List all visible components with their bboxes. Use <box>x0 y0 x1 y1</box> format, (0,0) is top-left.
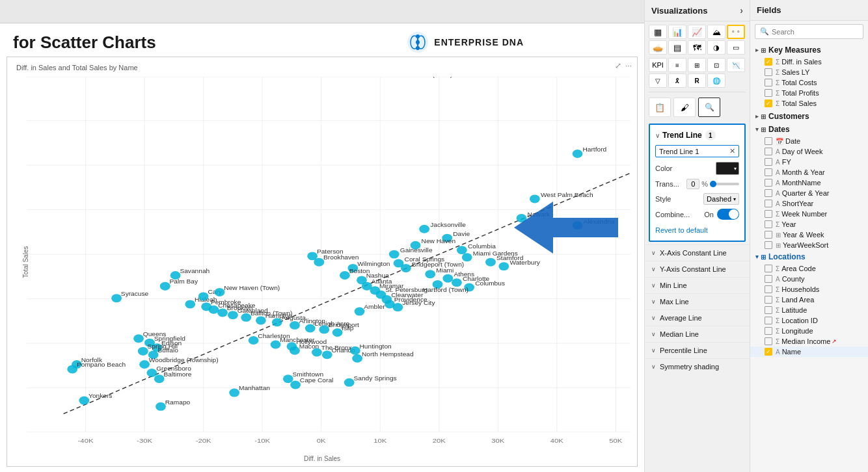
fields-item-month-year[interactable]: A Month & Year <box>750 167 868 177</box>
trend-close-button[interactable]: ✕ <box>729 147 735 155</box>
fields-item-day-of-week[interactable]: A Day of Week <box>750 146 868 157</box>
svg-point-184 <box>198 292 209 300</box>
viz-treemap-icon[interactable]: ▤ <box>668 40 686 55</box>
fields-group-customers-header[interactable]: ▸ ⊞ Customers <box>750 110 868 123</box>
viz-line-icon[interactable]: 📈 <box>688 25 706 39</box>
svg-point-73 <box>425 270 435 278</box>
viz-scatter-icon[interactable]: ⚬⚬ <box>727 25 745 39</box>
revert-default-button[interactable]: Revert to default <box>655 226 708 234</box>
fields-item-total-sales[interactable]: ✓ Σ Total Sales <box>750 98 868 109</box>
fields-item-land-area[interactable]: Σ Land Area <box>750 295 868 305</box>
chart-menu-icon[interactable]: ··· <box>625 61 632 70</box>
fields-item-latitude[interactable]: Σ Latitude <box>750 305 868 315</box>
y-axis-constant-line[interactable]: ∨ Y-Axis Constant Line <box>645 261 750 277</box>
min-line[interactable]: ∨ Min Line <box>645 277 750 293</box>
symmetry-shading[interactable]: ∨ Symmetry shading <box>645 358 750 374</box>
svg-point-156 <box>322 350 332 359</box>
viz-waterfall-icon[interactable]: 📉 <box>727 58 745 72</box>
viz-matrix-icon[interactable]: ⊡ <box>707 58 726 72</box>
color-label: Color <box>655 164 672 172</box>
svg-point-61 <box>462 253 472 261</box>
svg-point-112 <box>185 300 195 308</box>
svg-text:Woodbridge (Township): Woodbridge (Township) <box>149 358 219 363</box>
scatter-plot: 0K 10K 20K 30K 40K 50K 60K 70K 80K -40K … <box>27 77 631 450</box>
fields-group-locations: ▾ ⊞ Locations Σ Area Code A County <box>750 250 868 357</box>
svg-point-154 <box>312 348 322 357</box>
fields-item-monthname[interactable]: A MonthName <box>750 177 868 188</box>
fields-item-total-costs[interactable]: Σ Total Costs <box>750 77 868 88</box>
viz-ribbon-icon[interactable]: 🎗 <box>668 73 686 88</box>
fields-item-sales-ly[interactable]: Σ Sales LY <box>750 67 868 77</box>
viz-pie-icon[interactable]: 🥧 <box>649 40 667 55</box>
svg-text:Yonkers: Yonkers <box>88 393 113 399</box>
x-axis-constant-line[interactable]: ∨ X-Axis Constant Line <box>645 244 750 261</box>
svg-text:Greensboro: Greensboro <box>156 366 191 372</box>
viz-table-icon[interactable]: ⊞ <box>688 58 706 72</box>
svg-text:Jacksonville: Jacksonville <box>430 222 466 228</box>
fields-item-diff-in-sales[interactable]: ✓ Σ Diff. in Sales <box>750 57 868 67</box>
svg-text:-40K: -40K <box>78 438 94 444</box>
viz-column-icon[interactable]: 📊 <box>668 25 686 39</box>
combine-on-label: On <box>704 211 714 218</box>
trans-pct: % <box>701 180 708 188</box>
fields-group-key-measures-header[interactable]: ▸ ⊞ Key Measures <box>750 44 868 57</box>
svg-text:Hartford (Town): Hartford (Town) <box>407 77 452 78</box>
page-title: for Scatter Charts <box>13 33 156 52</box>
viz-kpi-icon[interactable]: KPI <box>649 58 667 72</box>
svg-point-49 <box>517 214 527 222</box>
percentile-line[interactable]: ∨ Percentile Line <box>645 342 750 358</box>
fields-item-yearweeksort[interactable]: ⊞ YearWeekSort <box>750 240 868 250</box>
fields-item-year[interactable]: Σ Year <box>750 219 868 229</box>
svg-text:Wilmington: Wilmington <box>357 261 390 267</box>
fields-item-location-id[interactable]: Σ Location ID <box>750 315 868 326</box>
viz-r-icon[interactable]: R <box>688 73 706 88</box>
trend-panel-chevron[interactable]: ∨ <box>655 132 660 139</box>
color-swatch[interactable]: ▾ <box>716 162 739 175</box>
viz-panel-chevron[interactable]: › <box>740 5 743 16</box>
viz-card-icon[interactable]: ▭ <box>727 40 745 55</box>
viz-bar-icon[interactable]: ▦ <box>649 25 667 39</box>
fields-item-shortyear[interactable]: A ShortYear <box>750 198 868 209</box>
viz-area-icon[interactable]: ⛰ <box>707 25 726 39</box>
expand-chart-icon[interactable]: ⤢ <box>615 61 621 70</box>
viz-map-icon[interactable]: 🗺 <box>688 40 706 55</box>
viz-funnel-icon[interactable]: ▽ <box>649 73 667 88</box>
viz-slicer-icon[interactable]: ≡ <box>668 58 686 72</box>
svg-point-5 <box>416 46 420 50</box>
fields-item-longitude[interactable]: Σ Longitude <box>750 326 868 336</box>
dna-icon <box>407 31 429 53</box>
viz-gauge-icon[interactable]: ◑ <box>707 40 726 55</box>
viz-analytics-icon[interactable]: 🔍 <box>698 98 720 117</box>
fields-item-name[interactable]: ✓ A Name <box>750 347 868 357</box>
svg-text:Brookhaven: Brookhaven <box>323 255 359 261</box>
fields-item-fy[interactable]: A FY <box>750 157 868 167</box>
fields-item-week-number[interactable]: Σ Week Number <box>750 209 868 219</box>
fields-item-area-code[interactable]: Σ Area Code <box>750 263 868 274</box>
style-select[interactable]: Dashed ▾ <box>703 193 739 205</box>
median-line[interactable]: ∨ Median Line <box>645 326 750 342</box>
analytics-sections: ∨ X-Axis Constant Line ∨ Y-Axis Constant… <box>645 244 750 472</box>
svg-point-108 <box>160 282 170 291</box>
fields-group-dates-header[interactable]: ▾ ⊞ Dates <box>750 123 868 136</box>
fields-search-box[interactable]: 🔍 <box>755 24 863 39</box>
fields-item-year-week[interactable]: ⊞ Year & Week <box>750 229 868 240</box>
combine-toggle[interactable] <box>717 209 739 220</box>
svg-text:West Palm Beach: West Palm Beach <box>541 192 593 198</box>
fields-item-total-profits[interactable]: Σ Total Profits <box>750 88 868 98</box>
fields-item-median-income[interactable]: Σ Median Income ↗ <box>750 336 868 347</box>
fields-item-households[interactable]: Σ Households <box>750 284 868 295</box>
max-line[interactable]: ∨ Max Line <box>645 293 750 309</box>
viz-format-icon[interactable]: 📋 <box>649 98 671 117</box>
fields-item-quarter-year[interactable]: A Quarter & Year <box>750 188 868 198</box>
fields-item-date[interactable]: 📅 Date <box>750 136 868 146</box>
fields-search-input[interactable] <box>772 28 858 36</box>
trend-name-input[interactable] <box>659 148 727 155</box>
fields-group-locations-header[interactable]: ▾ ⊞ Locations <box>750 250 868 263</box>
trans-slider[interactable] <box>710 183 739 185</box>
viz-globe-icon[interactable]: 🌐 <box>707 73 726 88</box>
enterprise-logo-text: ENTERPRISE DNA <box>434 37 524 47</box>
viz-paint-icon[interactable]: 🖌 <box>673 98 696 117</box>
fields-item-county[interactable]: A County <box>750 274 868 284</box>
svg-point-45 <box>573 150 583 158</box>
average-line[interactable]: ∨ Average Line <box>645 309 750 326</box>
